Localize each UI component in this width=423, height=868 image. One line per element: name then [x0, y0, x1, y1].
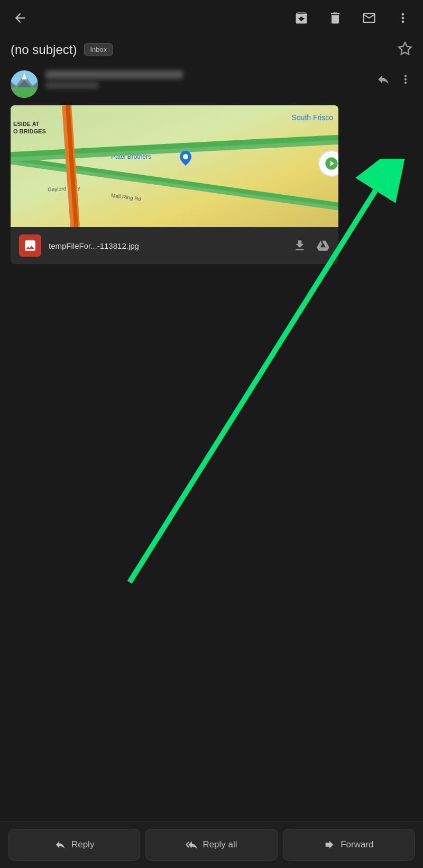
- sender-info: [45, 70, 369, 88]
- more-options-button[interactable]: [393, 8, 412, 28]
- reply-all-button[interactable]: Reply all: [145, 829, 277, 861]
- attachment-container: South Frisco ESIDE ATO BRIDGES Patel Bro…: [11, 105, 338, 264]
- mark-unread-button[interactable]: [360, 8, 379, 28]
- bottom-action-bar: Reply Reply all Forward: [0, 821, 423, 868]
- reply-button[interactable]: Reply: [8, 829, 140, 861]
- reply-inline-button[interactable]: [376, 73, 390, 86]
- sender-row: [0, 63, 423, 105]
- sender-avatar: [11, 70, 38, 98]
- svg-point-8: [183, 154, 188, 159]
- inbox-badge: Inbox: [84, 43, 113, 56]
- forward-button[interactable]: Forward: [283, 829, 415, 861]
- subject-area: (no subject) Inbox: [0, 36, 423, 63]
- svg-rect-6: [11, 87, 38, 98]
- sender-email-blurred: [45, 82, 98, 88]
- sender-name-blurred: [45, 70, 183, 79]
- star-button[interactable]: [398, 41, 412, 58]
- email-subject: (no subject): [11, 42, 77, 57]
- reply-label: Reply: [71, 839, 94, 850]
- forward-label: Forward: [341, 839, 373, 850]
- bottom-spacer: [0, 582, 423, 635]
- top-toolbar: [0, 0, 423, 36]
- file-bar: tempFileFor...-113812.jpg: [11, 227, 338, 264]
- reply-all-label: Reply all: [203, 839, 237, 850]
- toolbar-left: [11, 8, 30, 28]
- save-to-drive-button[interactable]: [316, 239, 330, 252]
- file-actions: [293, 239, 330, 252]
- email-body-empty: [0, 264, 423, 582]
- svg-marker-0: [399, 42, 411, 54]
- map-preview[interactable]: South Frisco ESIDE ATO BRIDGES Patel Bro…: [11, 105, 338, 227]
- more-sender-options-button[interactable]: [399, 73, 412, 86]
- download-attachment-button[interactable]: [293, 239, 307, 252]
- file-type-icon: [19, 234, 41, 257]
- file-name: tempFileFor...-113812.jpg: [49, 241, 286, 250]
- delete-button[interactable]: [326, 8, 345, 28]
- back-button[interactable]: [11, 8, 30, 28]
- sender-actions: [376, 73, 412, 86]
- archive-button[interactable]: [292, 8, 311, 28]
- map-frisco-label: South Frisco: [291, 113, 333, 122]
- subject-left: (no subject) Inbox: [11, 42, 113, 57]
- map-bridges-label: ESIDE ATO BRIDGES: [13, 120, 46, 135]
- toolbar-right: [292, 8, 412, 28]
